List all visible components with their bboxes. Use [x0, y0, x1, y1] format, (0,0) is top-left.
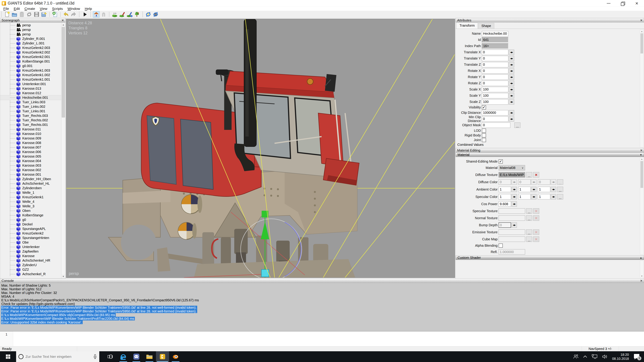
emissive-texture-field[interactable]: [498, 229, 525, 235]
clip-distance-spinner[interactable]: [509, 110, 514, 115]
scenegraph-item[interactable]: Unterlenker: [0, 245, 61, 249]
scenegraph-item[interactable]: Tuer_Rechts.001: [0, 122, 61, 127]
scale-y-spinner[interactable]: [509, 93, 514, 98]
scenegraph-item[interactable]: Karosse.008: [0, 141, 61, 145]
scenegraph-item[interactable]: Zylinder_R.001: [0, 36, 61, 41]
specular-color-picker-button[interactable]: [557, 194, 563, 199]
normal-texture-field[interactable]: [498, 215, 525, 221]
menu-create[interactable]: Create: [22, 7, 37, 11]
menu-file[interactable]: File: [1, 7, 11, 11]
network-icon[interactable]: [592, 354, 598, 359]
scenegraph-item[interactable]: Welle_4: [0, 199, 61, 204]
diffuse-texture-browse-button[interactable]: [526, 172, 532, 177]
restore-button[interactable]: [620, 1, 625, 6]
bump-depth-field[interactable]: [498, 222, 511, 228]
ambient-color-g-field[interactable]: [518, 187, 531, 192]
scenegraph-item[interactable]: Zylinder_HH_Oben: [0, 177, 61, 181]
taskbar-clock[interactable]: 18:20 08.10.2018: [612, 353, 629, 361]
rotate-y-field[interactable]: [482, 74, 508, 80]
rotate-z-field[interactable]: [482, 81, 508, 86]
bump-depth-spinner[interactable]: [512, 222, 517, 228]
diffuse-texture-clear-button[interactable]: [533, 172, 539, 177]
magnet-icon[interactable]: [100, 11, 107, 17]
joint-checkbox[interactable]: [482, 138, 486, 142]
terrain-sculpt-icon[interactable]: [111, 11, 118, 17]
save-as-icon[interactable]: [40, 11, 47, 17]
reload-scripts-icon[interactable]: [145, 11, 152, 17]
action-center-icon[interactable]: 3: [633, 353, 641, 360]
scale-z-field[interactable]: [482, 99, 508, 105]
ambient-color-picker-button[interactable]: [557, 187, 563, 192]
paste-icon[interactable]: [18, 11, 25, 17]
scenegraph-item[interactable]: persp: [0, 32, 61, 36]
scenegraph-scrollbar[interactable]: ▲ ▼: [61, 23, 65, 278]
scale-y-field[interactable]: [482, 93, 508, 98]
scenegraph-item[interactable]: Karosse.011: [0, 127, 61, 132]
taskbar-discord-icon[interactable]: [130, 351, 143, 362]
scenegraph-item[interactable]: Tuer_Links.002: [0, 104, 61, 109]
lod-checkbox[interactable]: [482, 129, 486, 133]
scenegraph-item[interactable]: KreuzGelenk1: [0, 195, 61, 199]
scenegraph-item[interactable]: Karosse.010: [0, 132, 61, 136]
object-mask-browse-button[interactable]: [514, 122, 520, 128]
volume-icon[interactable]: [602, 354, 608, 359]
material-section-header[interactable]: Material ▼: [456, 152, 644, 157]
scenegraph-item[interactable]: KreuzGelenk1.002: [0, 73, 61, 77]
scenegraph-item[interactable]: Deckel: [0, 222, 61, 227]
tab-transform[interactable]: Transform: [456, 23, 478, 29]
ambient-color-b-field[interactable]: [538, 187, 550, 192]
scenegraph-item[interactable]: Karosse.004: [0, 159, 61, 163]
shared-editing-checkbox[interactable]: [498, 159, 503, 164]
specular-color-g-field[interactable]: [518, 194, 531, 199]
scenegraph-item[interactable]: KolbenStange.001: [0, 59, 61, 64]
tree-placement-icon[interactable]: [134, 11, 140, 17]
scenegraph-item[interactable]: persp: [0, 27, 61, 32]
search-input[interactable]: [26, 355, 91, 359]
emissive-texture-browse-button[interactable]: [526, 229, 532, 235]
home-icon[interactable]: [93, 11, 100, 17]
scenegraph-item[interactable]: Tuer_Rechts.002: [0, 118, 61, 122]
min-clip-distance-field[interactable]: [482, 116, 508, 122]
scenegraph-item[interactable]: Karosse.002: [0, 168, 61, 172]
rigid-body-checkbox[interactable]: [482, 133, 486, 137]
cube-map-browse-button[interactable]: [526, 237, 532, 242]
scenegraph-item[interactable]: KreuzGelenk2: [0, 231, 61, 236]
scale-x-spinner[interactable]: [509, 87, 514, 92]
menu-edit[interactable]: Edit: [12, 7, 22, 11]
scenegraph-item[interactable]: Zapfwellen: [0, 249, 61, 254]
console-line[interactable]: Max. Number of Shadow Lights: 5: [1, 284, 644, 287]
refresh-icon[interactable]: [26, 11, 32, 17]
ambient-color-r-field[interactable]: [498, 187, 511, 192]
console-line[interactable]: Max. Number of Lights: 512: [1, 287, 644, 291]
scenegraph-item[interactable]: Karosse.013: [0, 86, 61, 91]
cos-power-spinner[interactable]: [512, 201, 517, 207]
scale-x-field[interactable]: [482, 87, 508, 92]
cos-power-field[interactable]: [498, 201, 511, 207]
translate-x-spinner[interactable]: [509, 50, 514, 55]
scenegraph-item[interactable]: Obe: [0, 240, 61, 245]
microphone-icon[interactable]: [93, 354, 97, 359]
taskbar-giants-editor-icon[interactable]: [156, 351, 169, 362]
scenegraph-item[interactable]: Tuer_Rechts.003: [0, 113, 61, 118]
attributes-scrollbar[interactable]: ▲: [640, 29, 644, 147]
console-close-icon[interactable]: ×: [640, 279, 642, 282]
console-log[interactable]: Max. Number of Shadow Lights: 5 Max. Num…: [0, 283, 644, 331]
translate-y-spinner[interactable]: [509, 56, 514, 61]
translate-z-field[interactable]: [482, 62, 508, 67]
object-mask-field[interactable]: [482, 122, 510, 128]
menu-scripts[interactable]: Scripts: [50, 7, 65, 11]
redo-icon[interactable]: [70, 11, 77, 17]
scenegraph-item[interactable]: KreuzGelenk1.003: [0, 68, 61, 73]
specular-texture-field[interactable]: [498, 208, 525, 214]
alpha-blending-checkbox[interactable]: [498, 244, 503, 248]
specular-texture-browse-button[interactable]: [526, 208, 532, 214]
diffuse-texture-field[interactable]: [498, 172, 525, 177]
reload-shaders-icon[interactable]: [152, 11, 159, 17]
scenegraph-item[interactable]: KolbenStange: [0, 213, 61, 218]
clip-distance-field[interactable]: [482, 110, 508, 115]
scenegraph-item[interactable]: Tuer_Links.003: [0, 100, 61, 104]
console-line[interactable]: Max. Number of Lights Per Cluster: 32: [1, 291, 644, 295]
taskbar-explorer-icon[interactable]: [143, 351, 156, 362]
scenegraph-item[interactable]: KreuzGelenk1.001: [0, 77, 61, 82]
specular-color-r-field[interactable]: [498, 194, 511, 199]
